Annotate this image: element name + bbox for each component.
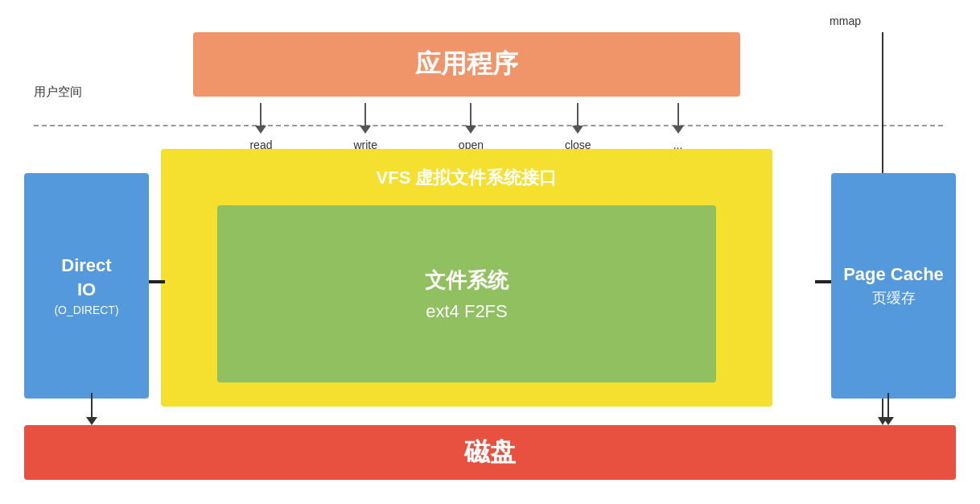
direct-io-label-line1: Direct [61,255,111,276]
open-arrow-shaft [470,103,471,126]
diagram-container: 用户空间 应用程序 mmap read write [0,0,980,504]
syscall-open: open [459,103,484,151]
close-arrow [572,103,583,134]
read-arrow-head [255,126,266,134]
syscall-dots: ... [673,103,684,151]
user-space-label: 用户空间 [34,85,82,100]
app-box: 应用程序 [193,32,740,97]
syscall-close: close [565,103,591,151]
fs-box: 文件系统 ext4 F2FS [217,205,716,382]
syscall-read: read [249,103,272,151]
direct-io-arrow-shaft [91,393,93,417]
write-arrow [360,103,371,134]
mmap-label: mmap [830,14,861,27]
page-cache-down-arrow [883,393,894,425]
read-arrow [255,103,266,134]
close-arrow-shaft [577,103,579,126]
page-cache-arrow-shaft [887,393,889,417]
direct-io-sublabel: (O_DIRECT) [54,304,118,316]
direct-io-arrow-head [86,417,97,425]
dots-arrow-head [673,126,684,134]
read-arrow-shaft [260,103,261,126]
fs-sublabel: ext4 F2FS [426,301,507,322]
syscall-write: write [353,103,377,151]
page-cache-box: Page Cache 页缓存 [831,173,956,399]
disk-label: 磁盘 [464,435,516,470]
app-box-label: 应用程序 [415,47,518,82]
open-arrow [465,103,476,134]
direct-io-box: Direct IO (O_DIRECT) [24,173,149,399]
write-arrow-shaft [364,103,366,126]
open-arrow-head [465,126,476,134]
dots-arrow [673,103,684,134]
page-cache-sublabel: 页缓存 [872,288,916,308]
connector-left [149,280,165,283]
close-arrow-head [572,126,583,134]
direct-io-label-line2: IO [77,279,96,300]
write-arrow-head [360,126,371,134]
syscall-area: read write open close [193,103,740,151]
page-cache-label: Page Cache [843,264,944,285]
disk-box: 磁盘 [24,425,956,480]
dots-arrow-shaft [677,103,679,126]
connector-right [815,280,831,283]
page-cache-arrow-head [883,417,894,425]
fs-label: 文件系统 [425,266,509,295]
direct-io-down-arrow [86,393,97,425]
